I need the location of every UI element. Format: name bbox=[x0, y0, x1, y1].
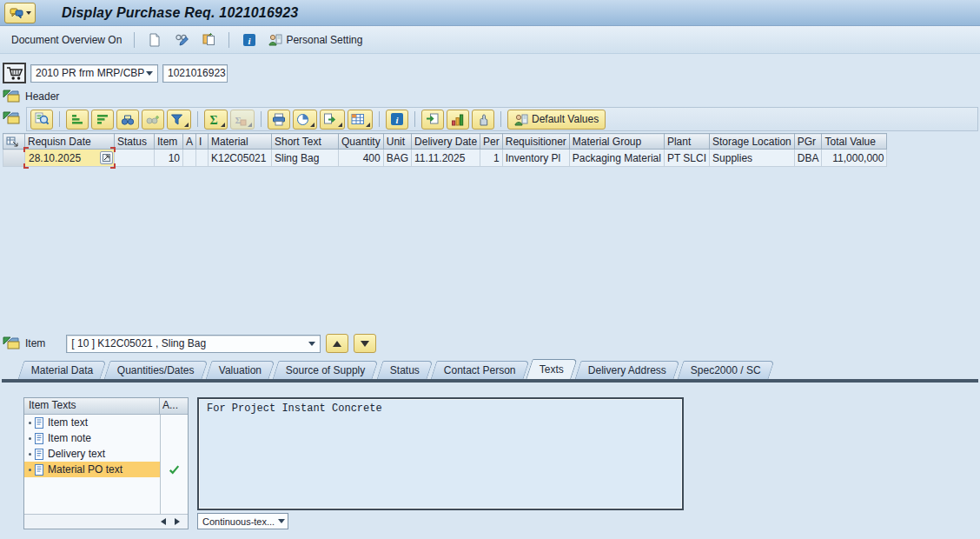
column-header-short-text[interactable]: Short Text bbox=[272, 134, 339, 150]
tab-contact-person[interactable]: Contact Person bbox=[430, 361, 529, 379]
column-header-delivery-date[interactable]: Delivery Date bbox=[412, 134, 480, 150]
copy-button[interactable] bbox=[198, 30, 219, 50]
doc-type-select[interactable]: 2010 PR frm MRP/CBP bbox=[30, 64, 158, 83]
shopping-cart-button[interactable] bbox=[3, 63, 26, 83]
cell-short-text: Sling Bag bbox=[272, 150, 339, 167]
filter-button[interactable] bbox=[167, 110, 191, 130]
column-header-requisn-date[interactable]: Requisn Date bbox=[25, 134, 115, 150]
column-header-unit[interactable]: Unit bbox=[383, 134, 411, 150]
tab-texts[interactable]: Texts bbox=[526, 359, 578, 379]
item-texts-panel: Item Texts A... Item text Item note bbox=[23, 397, 189, 529]
column-header-requisitioner[interactable]: Requisitioner bbox=[502, 134, 569, 150]
item-selector[interactable]: [ 10 ] K12C05021 , Sling Bag bbox=[66, 335, 321, 353]
sort-descending-button[interactable] bbox=[91, 110, 114, 130]
views-button[interactable] bbox=[293, 110, 317, 130]
text-format-select[interactable]: Continuous-tex... bbox=[197, 513, 288, 529]
folder-expand-icon bbox=[3, 90, 20, 103]
expand-header-button[interactable] bbox=[3, 90, 20, 103]
text-type-material-po-text[interactable]: Material PO text bbox=[24, 462, 161, 477]
column-header-plant[interactable]: Plant bbox=[664, 134, 709, 150]
column-header-material-group[interactable]: Material Group bbox=[569, 134, 664, 150]
text-type-row: Item text bbox=[24, 415, 188, 430]
person-icon bbox=[514, 113, 528, 126]
tab-quantities-dates[interactable]: Quantities/Dates bbox=[104, 361, 209, 379]
detail-button[interactable] bbox=[30, 110, 53, 130]
column-header-storage-location[interactable]: Storage Location bbox=[710, 134, 795, 150]
doc-number-value: 1021016923 bbox=[168, 67, 226, 79]
tab-source-of-supply[interactable]: Source of Supply bbox=[273, 361, 379, 379]
tab-status[interactable]: Status bbox=[376, 361, 433, 379]
column-header-material[interactable]: Material bbox=[209, 134, 272, 150]
column-header-a[interactable]: A bbox=[183, 134, 196, 150]
next-item-button[interactable] bbox=[354, 334, 376, 353]
drilldown-button[interactable] bbox=[100, 151, 113, 164]
hand-icon bbox=[477, 113, 490, 126]
hold-button[interactable] bbox=[472, 110, 494, 130]
find-button[interactable] bbox=[116, 110, 139, 130]
info-icon: i bbox=[390, 112, 404, 126]
text-type-status bbox=[161, 446, 188, 462]
text-editor-column: For Project Instant Concrete Continuous-… bbox=[197, 397, 684, 529]
total-button[interactable]: Σ bbox=[204, 110, 228, 130]
text-type-row: Item note bbox=[24, 430, 188, 446]
sort-ascending-button[interactable] bbox=[66, 110, 89, 130]
horizontal-scrollbar[interactable] bbox=[24, 514, 188, 529]
grid-info-button[interactable]: i bbox=[386, 110, 408, 130]
scroll-right-button[interactable] bbox=[172, 516, 182, 527]
select-all-header[interactable] bbox=[3, 134, 25, 150]
grid-header-row: Requisn Date Status Item A I Material Sh… bbox=[3, 134, 887, 150]
row-selector[interactable] bbox=[3, 150, 25, 167]
export-button[interactable] bbox=[320, 110, 345, 130]
document-overview-button[interactable]: Document Overview On bbox=[9, 32, 124, 48]
text-type-status-checked bbox=[161, 462, 188, 477]
collapse-item-detail-button[interactable] bbox=[3, 336, 20, 350]
text-type-status bbox=[161, 415, 188, 430]
print-button[interactable] bbox=[268, 110, 290, 130]
column-header-pgr[interactable]: PGr bbox=[794, 134, 822, 150]
text-format-value: Continuous-tex... bbox=[202, 516, 275, 527]
tab-material-data[interactable]: Material Data bbox=[18, 361, 107, 379]
column-header-i[interactable]: I bbox=[196, 134, 209, 150]
column-header-total-value[interactable]: Total Value bbox=[822, 134, 887, 150]
doc-number-input[interactable]: 1021016923 bbox=[162, 64, 228, 83]
personal-setting-button[interactable]: Personal Setting bbox=[266, 30, 365, 50]
toolbar-separator bbox=[228, 32, 229, 48]
text-type-status bbox=[161, 430, 188, 446]
text-type-delivery-text[interactable]: Delivery text bbox=[24, 446, 161, 462]
subtotal-button[interactable]: Σ bbox=[230, 110, 255, 130]
column-header-status[interactable]: Status bbox=[115, 134, 155, 150]
text-type-item-text[interactable]: Item text bbox=[24, 415, 161, 430]
services-info-button[interactable]: i bbox=[239, 30, 260, 50]
requisn-date-cell[interactable]: 28.10.2025 bbox=[25, 150, 115, 167]
tab-delivery-address[interactable]: Delivery Address bbox=[575, 361, 680, 379]
doc-type-value: 2010 PR frm MRP/CBP bbox=[36, 67, 144, 79]
text-type-item-note[interactable]: Item note bbox=[24, 430, 161, 446]
choose-layout-button[interactable] bbox=[348, 110, 373, 130]
column-header-item[interactable]: Item bbox=[155, 134, 183, 150]
filter-icon bbox=[170, 113, 183, 125]
scroll-left-button[interactable] bbox=[158, 516, 169, 527]
text-editor[interactable]: For Project Instant Concrete bbox=[197, 397, 684, 510]
requisn-date-value: 28.10.2025 bbox=[29, 152, 81, 164]
sum-icon: Σ bbox=[208, 113, 220, 126]
display-change-button[interactable] bbox=[171, 30, 192, 50]
toolbar-separator bbox=[134, 32, 135, 48]
cell-requisitioner: Inventory Pl bbox=[502, 150, 569, 167]
create-document-button[interactable] bbox=[144, 30, 165, 50]
system-menu-button[interactable] bbox=[4, 3, 36, 23]
checkmark-icon bbox=[169, 464, 180, 475]
transfer-button[interactable] bbox=[421, 110, 444, 130]
cell-storage-location: Supplies bbox=[710, 150, 795, 167]
find-next-button[interactable] bbox=[142, 110, 164, 130]
requisn-date-field[interactable]: 28.10.2025 bbox=[25, 150, 114, 166]
column-header-per[interactable]: Per bbox=[480, 134, 503, 150]
chevron-down-icon bbox=[146, 71, 153, 76]
column-header-quantity[interactable]: Quantity bbox=[339, 134, 384, 150]
default-values-button[interactable]: Default Values bbox=[507, 110, 606, 130]
collapse-items-button[interactable] bbox=[3, 111, 20, 125]
previous-item-button[interactable] bbox=[326, 334, 348, 353]
tab-spec2000-sc[interactable]: Spec2000 / SC bbox=[678, 361, 775, 379]
subtotal-icon: Σ bbox=[234, 113, 247, 126]
tab-valuation[interactable]: Valuation bbox=[206, 361, 275, 379]
graphic-button[interactable] bbox=[447, 110, 469, 130]
